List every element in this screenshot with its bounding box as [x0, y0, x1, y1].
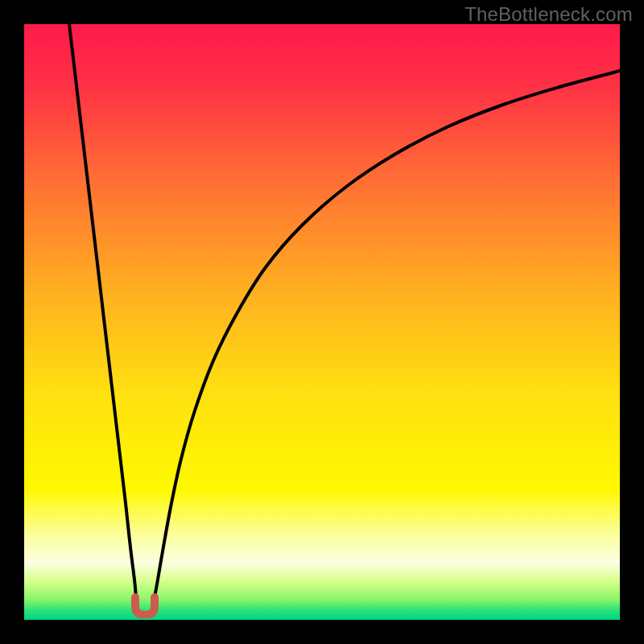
chart-container: TheBottleneck.com [0, 0, 644, 644]
chart-svg [24, 24, 620, 620]
watermark-text: TheBottleneck.com [464, 3, 633, 26]
plot-frame [24, 24, 620, 620]
chart-background [24, 24, 620, 620]
